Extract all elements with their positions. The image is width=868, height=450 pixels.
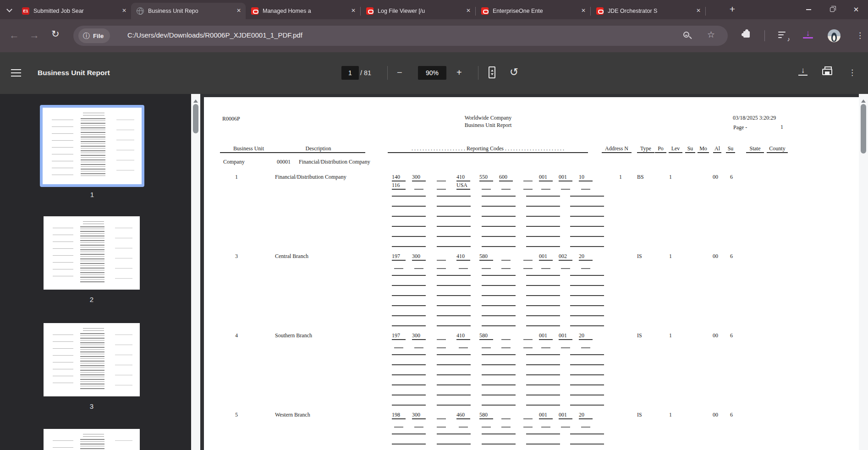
thumbnail-page-4[interactable] xyxy=(44,429,140,450)
tab-log-file-viewer-u[interactable]: Log File Viewer [/u✕ xyxy=(361,3,475,19)
blank-field-line xyxy=(437,444,471,445)
print-icon[interactable] xyxy=(822,69,832,75)
thumbnail-page-1[interactable] xyxy=(40,105,144,187)
profile-avatar[interactable] xyxy=(828,29,841,42)
blank-field-line xyxy=(526,285,560,286)
zoom-in-button[interactable]: + xyxy=(456,67,462,78)
column-header-bu: Business Unit xyxy=(220,145,277,153)
back-button[interactable]: ← xyxy=(9,29,19,41)
tab-close-icon[interactable]: ✕ xyxy=(694,7,703,15)
blank-field-line xyxy=(482,275,516,276)
tab-close-icon[interactable]: ✕ xyxy=(579,7,588,15)
tab-title: Business Unit Repo xyxy=(148,8,233,14)
tab-business-unit-repo[interactable]: Business Unit Repo✕ xyxy=(131,3,246,19)
column-header-po: Po xyxy=(655,145,666,153)
toolbar-divider xyxy=(387,66,388,80)
restore-button[interactable] xyxy=(820,0,844,19)
reporting-code-value: 410 xyxy=(456,332,471,339)
reporting-code-value: USA xyxy=(456,182,471,188)
scroll-up-arrow-icon[interactable] xyxy=(193,97,198,103)
browser-menu-button[interactable]: ⋮ xyxy=(856,31,864,40)
tab-close-icon[interactable]: ✕ xyxy=(464,7,472,15)
report-page-number: 1 xyxy=(780,124,783,130)
tab-close-icon[interactable]: ✕ xyxy=(349,7,357,15)
blank-field-line xyxy=(392,434,426,434)
code-underline xyxy=(412,181,426,181)
bookmark-star-icon[interactable]: ☆ xyxy=(707,29,715,40)
blank-code-line xyxy=(437,181,446,181)
blank-field-line xyxy=(437,305,471,306)
pdf-download-button[interactable]: ↓ xyxy=(798,67,808,76)
thumbnail-page-label: 1 xyxy=(40,191,144,198)
blank-code-line xyxy=(541,189,550,190)
rotate-counterclockwise-icon[interactable]: ↺ xyxy=(510,66,518,78)
blank-code-line xyxy=(541,347,550,348)
page-number-input[interactable]: 1 xyxy=(341,66,359,80)
pdf-menu-icon[interactable] xyxy=(11,69,21,77)
tab-submitted-job-sear[interactable]: E1Submitted Job Sear✕ xyxy=(16,3,131,19)
zoom-level-input[interactable]: 90% xyxy=(418,66,446,80)
tab-jde-orchestrator-s[interactable]: JDE Orchestrator S✕ xyxy=(591,3,705,19)
close-window-button[interactable]: ✕ xyxy=(844,0,868,19)
extensions-puzzle-icon[interactable] xyxy=(743,31,750,38)
zoom-out-page-icon[interactable] xyxy=(683,32,689,38)
pdf-more-options-button[interactable]: ⋮ xyxy=(848,68,856,77)
tab-managed-homes-a[interactable]: Managed Homes a✕ xyxy=(246,3,360,19)
thumbnail-page-2[interactable] xyxy=(44,216,140,290)
type-value: IS xyxy=(637,412,642,418)
window-controls: ✕ xyxy=(797,0,868,19)
blank-code-line xyxy=(394,347,403,348)
code-underline xyxy=(579,339,593,340)
tab-close-icon[interactable]: ✕ xyxy=(120,7,128,15)
address-bar[interactable]: ⓘ File C:/Users/dev/Downloads/R0006P_XJD… xyxy=(73,26,728,46)
music-note-icon: ♪ xyxy=(787,36,791,43)
blank-field-line xyxy=(437,236,471,237)
fit-to-page-icon[interactable] xyxy=(489,66,495,78)
scroll-up-arrow-icon[interactable] xyxy=(861,97,866,103)
zoom-out-button[interactable]: − xyxy=(397,67,402,78)
tab-search-chevron-icon[interactable] xyxy=(5,5,16,15)
thumbnail-art xyxy=(115,440,132,450)
forward-button[interactable]: → xyxy=(29,29,39,41)
code-underline xyxy=(579,181,593,181)
column-header-addr: Address N xyxy=(602,145,632,153)
reporting-code-value: 300 xyxy=(412,332,427,339)
blank-field-line xyxy=(437,384,471,385)
url-text[interactable]: C:/Users/dev/Downloads/R0006P_XJDE0001_1… xyxy=(127,31,302,39)
tab-close-icon[interactable]: ✕ xyxy=(235,7,243,15)
column-header-desc: Description xyxy=(271,145,365,153)
media-controls-icon[interactable]: ♪ xyxy=(778,31,789,41)
downloads-button[interactable]: ↓ xyxy=(803,29,813,38)
blank-field-line xyxy=(526,434,560,434)
tabs-container: E1Submitted Job Sear✕Business Unit Repo✕… xyxy=(16,3,706,19)
download-arrow-icon: ↓ xyxy=(798,67,808,74)
file-scheme-chip[interactable]: ⓘ File xyxy=(78,28,110,43)
thumbnail-page-label: 2 xyxy=(44,296,140,303)
blank-field-line xyxy=(570,315,604,316)
blank-field-line xyxy=(437,434,471,434)
blank-field-line xyxy=(570,285,604,286)
reload-button[interactable]: ↻ xyxy=(51,28,60,39)
main-scrollbar[interactable] xyxy=(859,94,868,450)
blank-field-line xyxy=(526,384,560,385)
blank-code-line xyxy=(394,427,403,428)
reporting-code-value: 001 xyxy=(539,412,554,418)
new-tab-button[interactable]: + xyxy=(726,3,739,16)
blank-field-line xyxy=(482,206,516,207)
tab-title: JDE Orchestrator S xyxy=(608,8,692,14)
thumbnail-preview xyxy=(47,111,137,181)
blank-field-line xyxy=(482,395,516,395)
scrollbar-thumb[interactable] xyxy=(193,104,198,133)
minimize-button[interactable] xyxy=(797,0,820,19)
reporting-code-value: 580 xyxy=(479,253,494,259)
code-underline xyxy=(539,260,553,261)
restore-icon xyxy=(830,7,835,12)
thumbnail-page-3[interactable] xyxy=(44,323,140,396)
al-value: 00 xyxy=(713,174,718,180)
tab-enterpriseone-ente[interactable]: EnterpriseOne Ente✕ xyxy=(476,3,590,19)
blank-code-line xyxy=(437,347,446,348)
blank-field-line xyxy=(526,236,560,237)
sidebar-scrollbar[interactable] xyxy=(191,94,200,450)
scrollbar-thumb[interactable] xyxy=(861,104,866,154)
close-icon: ✕ xyxy=(853,5,859,14)
